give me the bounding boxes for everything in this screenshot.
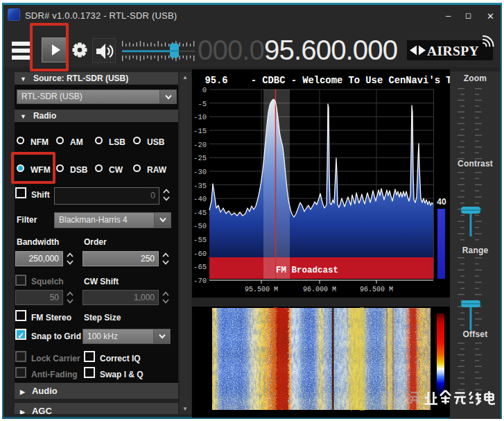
svg-text:-70: -70	[193, 277, 207, 285]
svg-text:-5: -5	[198, 100, 207, 108]
svg-text:-20: -20	[193, 141, 207, 149]
svg-text:40: 40	[437, 197, 446, 207]
svg-text:-60: -60	[193, 250, 207, 258]
svg-text:-45: -45	[193, 209, 207, 217]
svg-text:0: 0	[202, 86, 207, 94]
svg-text:-65: -65	[193, 263, 207, 271]
svg-text:95.6 - CDBC - Welcome To Us: 95.6 - CDBC - Welcome To Use CenNavi's T…	[205, 76, 451, 86]
svg-text:AIRSPY: AIRSPY	[427, 44, 479, 58]
svg-text:-50: -50	[193, 222, 207, 230]
svg-text:FM Broadcast: FM Broadcast	[276, 266, 338, 275]
svg-text:96.000 M: 96.000 M	[303, 286, 336, 293]
svg-text:-40: -40	[193, 195, 207, 203]
svg-text:-35: -35	[193, 182, 207, 190]
svg-text:-15: -15	[193, 127, 207, 135]
svg-text:-25: -25	[193, 154, 207, 162]
svg-text:-10: -10	[193, 113, 207, 121]
svg-text:-30: -30	[193, 168, 207, 176]
svg-text:95.500 M: 95.500 M	[245, 286, 278, 293]
svg-text:-55: -55	[193, 236, 207, 244]
svg-text:96.500 M: 96.500 M	[360, 286, 393, 293]
